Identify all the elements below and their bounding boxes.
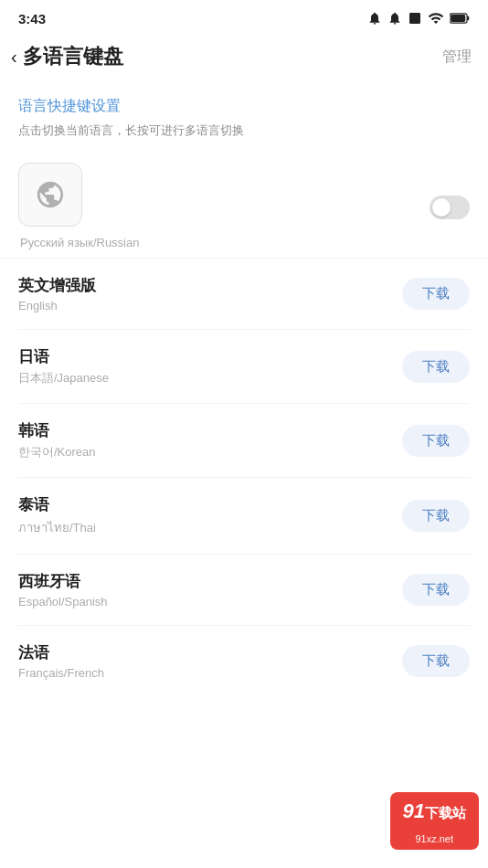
russian-toggle-wrap[interactable] [430,196,470,250]
toggle-knob [432,198,451,217]
watermark: 91下载站 91xz.net [390,792,479,850]
russian-label: Русский язык/Russian [20,236,139,249]
lang-row-french: 法语 Français/French 下载 [18,626,470,696]
lang-info-japanese: 日语 日本語/Japanese [18,346,109,386]
lang-name-zh-english: 英文增强版 [18,275,96,296]
lang-row-english: 英文增强版 English 下载 [18,259,470,330]
russian-icon-box [18,163,82,227]
svg-rect-0 [409,13,420,24]
notification-icon [367,11,382,26]
lang-name-zh-korean: 韩语 [18,420,96,441]
lang-name-native-japanese: 日本語/Japanese [18,370,109,386]
square-icon [408,11,422,26]
download-button-spanish[interactable]: 下载 [402,574,470,606]
lang-row-thai: 泰语 ภาษาไทย/Thai 下载 [18,478,470,555]
lang-info-english: 英文增强版 English [18,275,96,312]
battery-icon [450,12,470,25]
lang-name-zh-japanese: 日语 [18,346,109,367]
lang-name-native-thai: ภาษาไทย/Thai [18,518,96,537]
lang-name-native-spanish: Español/Spanish [18,595,108,609]
wifi-icon [428,10,444,26]
download-button-english[interactable]: 下载 [402,278,470,310]
download-button-french[interactable]: 下载 [402,645,470,677]
lang-name-zh-thai: 泰语 [18,494,96,515]
russian-toggle[interactable] [430,196,470,219]
lang-name-native-english: English [18,299,96,312]
globe-icon [35,179,66,210]
header: ‹ 多语言键盘 管理 [0,33,488,80]
shortcut-desc: 点击切换当前语言，长按可进行多语言切换 [18,123,244,137]
lang-name-zh-spanish: 西班牙语 [18,571,108,592]
lang-name-native-korean: 한국어/Korean [18,444,96,460]
header-left: ‹ 多语言键盘 [11,43,123,70]
lang-info-thai: 泰语 ภาษาไทย/Thai [18,494,96,537]
download-button-japanese[interactable]: 下载 [402,351,470,383]
lang-name-native-french: Français/French [18,666,104,680]
svg-rect-3 [451,15,465,22]
status-icons [367,10,470,26]
shortcut-section: 语言快捷键设置 点击切换当前语言，长按可进行多语言切换 [0,80,488,148]
lang-row-korean: 韩语 한국어/Korean 下载 [18,404,470,478]
back-button[interactable]: ‹ [11,47,17,68]
watermark-line2: 91xz.net [390,831,479,850]
shortcut-link[interactable]: 语言快捷键设置 [18,97,470,116]
status-bar: 3:43 [0,0,488,33]
download-button-thai[interactable]: 下载 [402,500,470,532]
russian-card-area: Русский язык/Russian [0,148,488,258]
lang-info-korean: 韩语 한국어/Korean [18,420,96,460]
lang-name-zh-french: 法语 [18,642,104,663]
watermark-line1: 91下载站 [390,792,479,831]
language-list: 英文增强版 English 下载 日语 日本語/Japanese 下载 韩语 한… [0,259,488,696]
manage-button[interactable]: 管理 [442,48,472,67]
alert-icon [387,11,402,26]
lang-row-japanese: 日语 日本語/Japanese 下载 [18,330,470,404]
lang-info-spanish: 西班牙语 Español/Spanish [18,571,108,609]
status-time: 3:43 [18,11,46,26]
lang-info-french: 法语 Français/French [18,642,104,680]
download-button-korean[interactable]: 下载 [402,425,470,457]
svg-rect-2 [467,16,469,20]
lang-row-spanish: 西班牙语 Español/Spanish 下载 [18,555,470,626]
page-title: 多语言键盘 [23,43,123,70]
